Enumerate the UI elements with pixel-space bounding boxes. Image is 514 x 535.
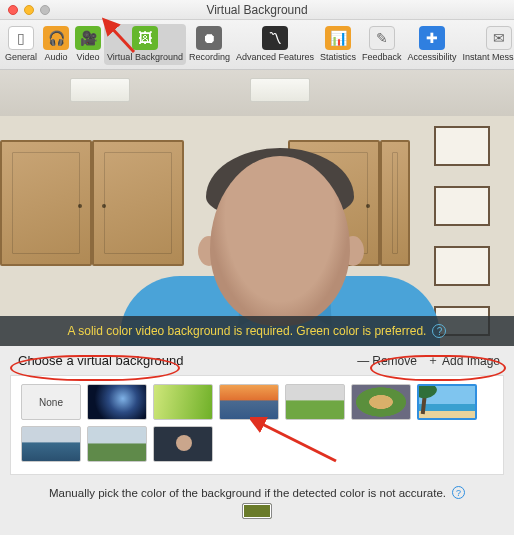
toolbar-item-label: Video <box>77 52 100 62</box>
record-icon: ⏺ <box>196 26 222 50</box>
minus-icon: — <box>357 354 369 368</box>
wall-frame <box>434 246 490 286</box>
info-icon[interactable]: ? <box>432 324 446 338</box>
camera-preview: A solid color video background is requir… <box>0 70 514 346</box>
vb-thumbnail-baseball-stadium[interactable] <box>351 384 411 420</box>
phone-icon: ▯ <box>8 26 34 50</box>
picture-icon: 🖼 <box>132 26 158 50</box>
remove-label: Remove <box>372 354 417 368</box>
zoom-icon <box>40 5 50 15</box>
toolbar-item-audio[interactable]: 🎧Audio <box>40 24 72 65</box>
titlebar: Virtual Background <box>0 0 514 20</box>
toolbar-item-feedback[interactable]: ✎Feedback <box>359 24 405 65</box>
toolbar-item-instant-messaging[interactable]: ✉Instant Messaging <box>460 24 514 65</box>
video-icon: 🎥 <box>75 26 101 50</box>
toolbar-item-statistics[interactable]: 📊Statistics <box>317 24 359 65</box>
window-title: Virtual Background <box>0 3 514 17</box>
toolbar-item-label: Recording <box>189 52 230 62</box>
color-swatch-button[interactable] <box>242 503 272 519</box>
chat-icon: ✉ <box>486 26 512 50</box>
vb-thumbnail-golden-gate[interactable] <box>219 384 279 420</box>
vb-thumbnail-lake[interactable] <box>21 426 81 462</box>
headphones-icon: 🎧 <box>43 26 69 50</box>
cabinet <box>92 140 184 266</box>
minimize-icon[interactable] <box>24 5 34 15</box>
toolbar-item-virtual-background[interactable]: 🖼Virtual Background <box>104 24 186 65</box>
vb-thumbnail-none[interactable]: None <box>21 384 81 420</box>
toolbar-item-label: Advanced Features <box>236 52 314 62</box>
cabinet <box>380 140 410 266</box>
toolbar-item-label: Virtual Background <box>107 52 183 62</box>
traffic-lights <box>0 5 50 15</box>
banner-text: A solid color video background is requir… <box>68 324 427 338</box>
ceiling-light <box>250 78 310 102</box>
remove-button[interactable]: — Remove <box>357 354 417 368</box>
settings-toolbar: ▯General🎧Audio🎥Video🖼Virtual Background⏺… <box>0 20 514 70</box>
vb-controls-row: Choose a virtual background — Remove ＋ A… <box>0 346 514 373</box>
feedback-icon: ✎ <box>369 26 395 50</box>
toolbar-item-video[interactable]: 🎥Video <box>72 24 104 65</box>
info-icon[interactable]: ? <box>452 486 465 499</box>
add-image-label: Add Image <box>442 354 500 368</box>
footer-text: Manually pick the color of the backgroun… <box>49 487 446 499</box>
vb-buttons: — Remove ＋ Add Image <box>357 352 500 369</box>
toolbar-item-label: Accessibility <box>408 52 457 62</box>
vb-thumbnail-house[interactable] <box>87 426 147 462</box>
vb-thumbnail-earth[interactable] <box>87 384 147 420</box>
close-icon[interactable] <box>8 5 18 15</box>
toolbar-item-label: Instant Messaging <box>463 52 514 62</box>
plus-icon: ＋ <box>427 352 439 369</box>
vb-thumbnail-grass[interactable] <box>153 384 213 420</box>
toolbar-item-general[interactable]: ▯General <box>2 24 40 65</box>
toolbar-item-label: Audio <box>45 52 68 62</box>
toolbar-item-label: General <box>5 52 37 62</box>
vb-thumbnail-beach[interactable] <box>417 384 477 420</box>
toolbar-item-accessibility[interactable]: ✚Accessibility <box>405 24 460 65</box>
ceiling <box>0 70 514 116</box>
toolbar-item-recording[interactable]: ⏺Recording <box>186 24 233 65</box>
cabinet <box>0 140 92 266</box>
vb-thumbnail-person-headset[interactable] <box>153 426 213 462</box>
stats-icon: 📊 <box>325 26 351 50</box>
toolbar-item-label: Statistics <box>320 52 356 62</box>
add-image-button[interactable]: ＋ Add Image <box>427 352 500 369</box>
wall-frame <box>434 126 490 166</box>
section-title: Choose a virtual background <box>18 353 184 368</box>
thumbnails-panel: None <box>10 375 504 475</box>
vb-thumbnail-stadium-field[interactable] <box>285 384 345 420</box>
thumbnails-list: None <box>21 384 493 462</box>
pulse-icon: 〽 <box>262 26 288 50</box>
footer: Manually pick the color of the backgroun… <box>0 486 514 519</box>
wall-frame <box>434 186 490 226</box>
requirement-banner: A solid color video background is requir… <box>0 316 514 346</box>
toolbar-item-label: Feedback <box>362 52 402 62</box>
accessibility-icon: ✚ <box>419 26 445 50</box>
ceiling-light <box>70 78 130 102</box>
toolbar-item-advanced-features[interactable]: 〽Advanced Features <box>233 24 317 65</box>
